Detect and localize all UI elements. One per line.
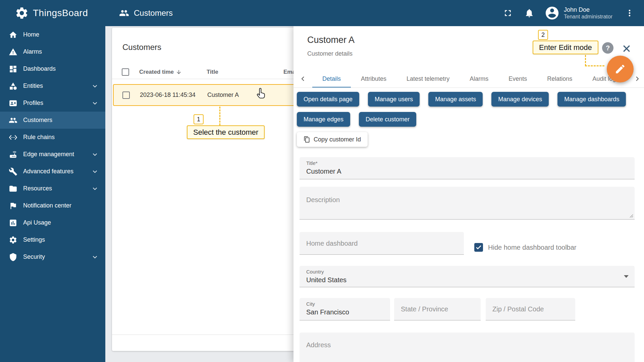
sidebar-item-label: Rule chains [23,134,55,141]
sidebar-item-resources[interactable]: Resources [0,180,105,197]
profiles-icon [9,99,17,108]
hide-toolbar-label: Hide home dashboard toolbar [488,244,577,251]
country-value: United States [306,276,346,284]
fullscreen-icon[interactable] [503,8,513,18]
sidebar-item-label: Edge management [23,151,74,158]
user-info: John Doe Tenant administrator [564,6,612,20]
customers-icon [119,8,129,18]
sidebar-item-rule-chains[interactable]: Rule chains [0,129,105,146]
check-icon [475,244,482,251]
sidebar-item-customers[interactable]: Customers [0,112,105,129]
delete-customer-button[interactable]: Delete customer [359,112,416,127]
sidebar-nav: Home Alarms Dashboards Entities Profiles [0,26,105,265]
sidebar-item-label: Api Usage [23,219,51,226]
state-field[interactable]: State / Province [394,298,481,320]
sidebar-item-alarms[interactable]: Alarms [0,43,105,60]
sidebar-item-entities[interactable]: Entities [0,77,105,95]
address-placeholder: Address [306,341,331,349]
open-details-page-button[interactable]: Open details page [297,92,359,107]
hide-toolbar-checkbox[interactable] [474,243,483,252]
sidebar-item-home[interactable]: Home [0,26,105,43]
column-header-title[interactable]: Title [207,69,218,75]
description-field[interactable]: Description [300,187,635,220]
column-header-created-time[interactable]: Created time [139,69,182,75]
copy-customer-id-button[interactable]: Copy customer Id [297,132,368,147]
manage-dashboards-button[interactable]: Manage dashboards [557,92,626,107]
city-field[interactable]: City San Francisco [300,298,390,320]
tab-relations[interactable]: Relations [537,70,582,88]
description-placeholder: Description [306,196,340,204]
thingsboard-logo-icon [15,6,29,20]
callout2-connector-vertical [585,55,586,66]
avatar[interactable] [544,5,560,21]
sidebar-item-security[interactable]: Security [0,248,105,265]
copy-icon [304,136,310,143]
panel-subtitle: Customer details [307,50,353,57]
close-icon[interactable] [622,44,632,54]
sidebar-item-notification-center[interactable]: Notification center [0,197,105,214]
callout2-label: Enter Edit mode [533,41,598,54]
sidebar-item-advanced-features[interactable]: Advanced features [0,163,105,180]
manage-assets-button[interactable]: Manage assets [428,92,483,107]
row-checkbox[interactable] [122,92,130,99]
sidebar-item-profiles[interactable]: Profiles [0,95,105,112]
select-all-checkbox[interactable] [122,68,129,76]
sidebar-item-settings[interactable]: Settings [0,231,105,248]
sidebar-item-dashboards[interactable]: Dashboards [0,60,105,77]
entities-icon [9,82,17,90]
sidebar-item-edge-management[interactable]: Edge management [0,146,105,163]
brand-logo[interactable]: ThingsBoard [0,0,105,26]
sidebar-item-label: Home [23,31,39,38]
more-vert-icon[interactable] [625,8,634,18]
sidebar-item-label: Dashboards [23,65,56,72]
title-field-label: Title* [306,160,318,166]
panel-title: Customer A [307,35,355,45]
tab-attributes[interactable]: Attributes [351,70,396,88]
zip-field[interactable]: Zip / Postal Code [486,298,575,320]
callout2-number: 2 [538,30,548,40]
edit-fab-button[interactable] [607,56,634,82]
tabs-scroll-left-icon[interactable] [299,75,307,83]
page-title-group: Customers [119,0,173,26]
zip-placeholder: Zip / Postal Code [492,305,544,313]
table-title: Customers [122,43,161,52]
callout1-number: 1 [194,114,204,124]
address-field[interactable]: Address [300,333,635,362]
rule-chains-icon [9,133,17,142]
tabs-divider [293,87,644,88]
tab-alarms[interactable]: Alarms [460,70,498,88]
country-label: Country [306,269,324,275]
notifications-bell-icon[interactable] [524,8,534,18]
tabs-scroll-right-icon[interactable] [633,75,641,83]
country-select[interactable]: Country United States [300,266,635,287]
manage-devices-button[interactable]: Manage devices [491,92,549,107]
callout2-connector-horizontal [585,65,604,66]
callout1-connector-line [219,107,220,125]
city-label: City [306,301,315,307]
hand-cursor-icon [255,88,266,99]
tab-latest-telemetry[interactable]: Latest telemetry [396,70,460,88]
cell-title: Customer A [207,85,239,105]
resize-grip-icon[interactable] [629,214,633,218]
manage-users-button[interactable]: Manage users [368,92,420,107]
title-field[interactable]: Title* Customer A [300,157,635,179]
sidebar: ThingsBoard Home Alarms Dashboards Entit… [0,0,105,362]
callout1-label: Select the customer [187,125,265,139]
tab-details[interactable]: Details [312,70,351,88]
folder-icon [9,184,17,193]
sidebar-item-api-usage[interactable]: Api Usage [0,214,105,231]
sidebar-item-label: Advanced features [23,168,73,175]
sidebar-item-label: Profiles [23,100,43,107]
chevron-down-icon [91,185,99,192]
customer-details-panel: Customer A Customer details ? Details At… [293,26,644,362]
tab-events[interactable]: Events [498,70,537,88]
home-dashboard-field[interactable]: Home dashboard [300,232,464,255]
help-icon[interactable]: ? [602,42,613,54]
city-value: San Francisco [306,308,349,316]
pencil-icon [614,63,626,75]
brand-name: ThingsBoard [33,8,88,18]
dropdown-caret-icon [624,275,629,278]
sidebar-item-label: Settings [23,236,45,243]
manage-edges-button[interactable]: Manage edges [297,112,350,127]
panel-tabs: Details Attributes Latest telemetry Alar… [312,70,633,88]
